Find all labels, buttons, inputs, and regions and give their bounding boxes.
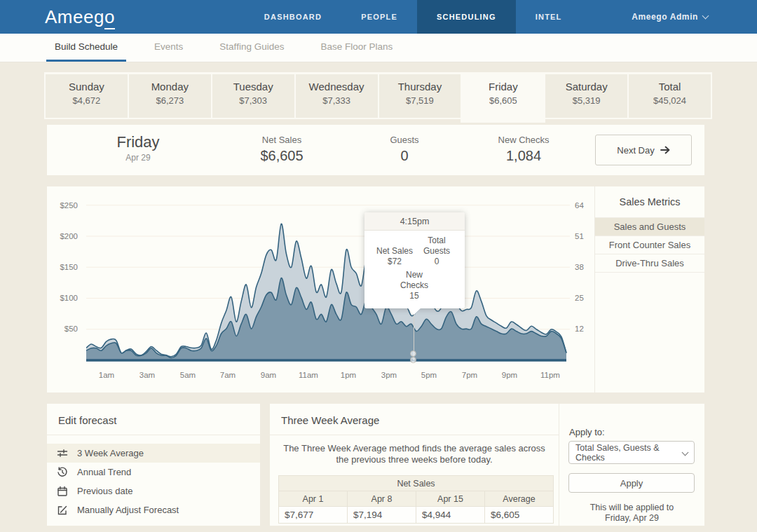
day-card-saturday[interactable]: Saturday $5,319 (545, 74, 627, 118)
y-axis-left-label: $50 (47, 323, 78, 334)
sales-metrics-title: Sales Metrics (595, 196, 704, 207)
metric-drive-thru-sales[interactable]: Drive-Thru Sales (595, 254, 704, 273)
sales-metrics-sidebar: Sales Metrics Sales and Guests Front Cou… (594, 186, 704, 393)
logo-text: Ameeg (45, 6, 104, 27)
y-axis-left-label: $150 (47, 261, 78, 273)
day-total: $45,024 (629, 95, 711, 106)
day-total: $4,672 (46, 95, 128, 106)
user-menu[interactable]: Ameego Admin (632, 0, 708, 34)
three-week-average-panel: Three Week Average The Three Week Averag… (270, 404, 704, 526)
apply-to-selected-value: Total Sales, Guests & Checks (575, 443, 678, 463)
y-axis-right-label: 38 (575, 261, 596, 273)
day-total: $6,605 (462, 95, 544, 106)
method-annual-trend[interactable]: Annual Trend (47, 463, 260, 482)
tooltip-guests-value: 0 (419, 257, 454, 267)
day-card-monday[interactable]: Monday $6,273 (129, 74, 211, 118)
chart-tooltip: 4:15pm Net Sales $72 Total Guests 0 New … (364, 212, 465, 308)
three-week-average-description: The Three Week Average method finds the … (282, 443, 546, 465)
chevron-down-icon (702, 12, 709, 19)
stat-label: Guests (348, 135, 461, 145)
tab-base-floor-plans[interactable]: Base Floor Plans (312, 34, 401, 62)
method-3-week-average[interactable]: 3 Week Average (47, 444, 260, 463)
stat-guests: Guests 0 (348, 133, 461, 164)
next-day-label: Next Day (617, 145, 654, 156)
three-week-average-section: Three Week Average The Three Week Averag… (270, 404, 559, 526)
x-axis-label: 9am (253, 371, 284, 379)
day-name: Thursday (379, 81, 461, 93)
table-group-header: Net Sales (279, 476, 554, 491)
day-card-sunday[interactable]: Sunday $4,672 (46, 74, 128, 118)
x-axis-label: 9pm (494, 371, 525, 379)
day-detail-card: Friday Apr 29 Net Sales $6,605 Guests 0 … (47, 125, 704, 175)
detail-day-name: Friday (47, 133, 229, 151)
table-value-apr15: $4,944 (416, 507, 485, 524)
stat-value: $6,605 (222, 148, 341, 164)
edit-forecast-panel: Edit forecast 3 Week Average Annual Tren… (47, 404, 260, 526)
day-card-tuesday[interactable]: Tuesday $7,303 (212, 74, 294, 118)
tab-staffing-guides[interactable]: Staffing Guides (211, 34, 292, 62)
sales-chart-panel: $250 $200 $150 $100 $50 64 51 38 25 12 1… (47, 186, 704, 393)
user-menu-label: Ameego Admin (632, 12, 698, 22)
y-axis-left-label: $100 (47, 292, 78, 303)
y-axis-right-label: 25 (575, 292, 596, 303)
day-card-wednesday[interactable]: Wednesday $7,333 (296, 74, 378, 118)
method-previous-date[interactable]: Previous date (47, 482, 260, 500)
nav-item-scheduling[interactable]: SCHEDULING (417, 0, 516, 34)
apply-to-select[interactable]: Total Sales, Guests & Checks (568, 441, 695, 464)
table-value-average: $6,605 (485, 507, 554, 524)
next-day-button[interactable]: Next Day (595, 135, 692, 165)
x-axis-label: 11am (293, 371, 324, 379)
y-axis-right-label: 12 (575, 323, 596, 334)
method-manually-adjust[interactable]: Manually Adjust Forecast (47, 500, 260, 519)
chart-marker-ring (410, 350, 416, 357)
metric-front-counter-sales[interactable]: Front Counter Sales (595, 236, 704, 254)
apply-note-line2: Friday, Apr 29 (559, 513, 704, 524)
divider (270, 435, 559, 435)
x-axis-label: 3am (132, 371, 163, 379)
table-col-apr15: Apr 15 (416, 491, 485, 507)
y-axis-right-label: 51 (575, 231, 596, 242)
tooltip-pointer (408, 308, 421, 315)
apply-note-line1: This will be applied to (559, 503, 704, 513)
day-total: $7,333 (296, 95, 378, 106)
day-card-thursday[interactable]: Thursday $7,519 (379, 74, 461, 118)
stat-new-checks: New Checks 1,084 (461, 133, 587, 164)
tooltip-time: 4:15pm (364, 212, 465, 231)
ameego-logo[interactable]: Ameego (45, 0, 115, 34)
day-total: $5,319 (545, 95, 627, 106)
method-label: 3 Week Average (77, 448, 144, 458)
apply-note: This will be applied to Friday, Apr 29 (559, 503, 704, 524)
day-total: $6,273 (129, 95, 211, 106)
metric-sales-and-guests[interactable]: Sales and Guests (595, 218, 704, 236)
tooltip-guests: Total Guests 0 (419, 236, 454, 267)
forecast-method-list: 3 Week Average Annual Trend Previous dat… (47, 444, 260, 519)
day-name: Saturday (545, 81, 627, 93)
tab-build-schedule[interactable]: Build Schedule (46, 34, 126, 62)
stat-net-sales: Net Sales $6,605 (222, 133, 341, 164)
secondary-nav: Build Schedule Events Staffing Guides Ba… (0, 34, 757, 62)
sales-area-chart[interactable] (86, 200, 570, 364)
y-axis-right-label: 64 (575, 200, 596, 211)
x-axis-label: 3pm (374, 371, 404, 379)
divider (47, 435, 260, 435)
day-name: Tuesday (212, 81, 294, 93)
select-chevron-icon (682, 449, 689, 456)
selected-day-block: Friday Apr 29 (47, 133, 229, 163)
x-axis-label: 11pm (535, 371, 566, 379)
chart-marker-ring (410, 357, 416, 363)
apply-button[interactable]: Apply (568, 473, 695, 493)
net-sales-table: Net Sales Apr 1 Apr 8 Apr 15 Average $7,… (278, 475, 554, 524)
nav-item-intel[interactable]: INTEL (516, 0, 582, 34)
tab-events[interactable]: Events (146, 34, 191, 62)
x-axis-label: 5am (172, 371, 203, 379)
tooltip-guests-label: Total Guests (419, 236, 454, 257)
detail-day-date: Apr 29 (47, 153, 229, 163)
nav-item-people[interactable]: PEOPLE (341, 0, 417, 34)
day-card-week-total: Total $45,024 (629, 74, 711, 118)
table-value-apr1: $7,677 (279, 507, 348, 524)
nav-item-dashboard[interactable]: DASHBOARD (245, 0, 341, 34)
method-label: Previous date (77, 486, 133, 496)
sales-metrics-list: Sales and Guests Front Counter Sales Dri… (595, 217, 704, 273)
main-nav: DASHBOARD PEOPLE SCHEDULING INTEL (245, 0, 582, 34)
day-card-friday-selected[interactable]: Friday $6,605 (462, 74, 544, 118)
